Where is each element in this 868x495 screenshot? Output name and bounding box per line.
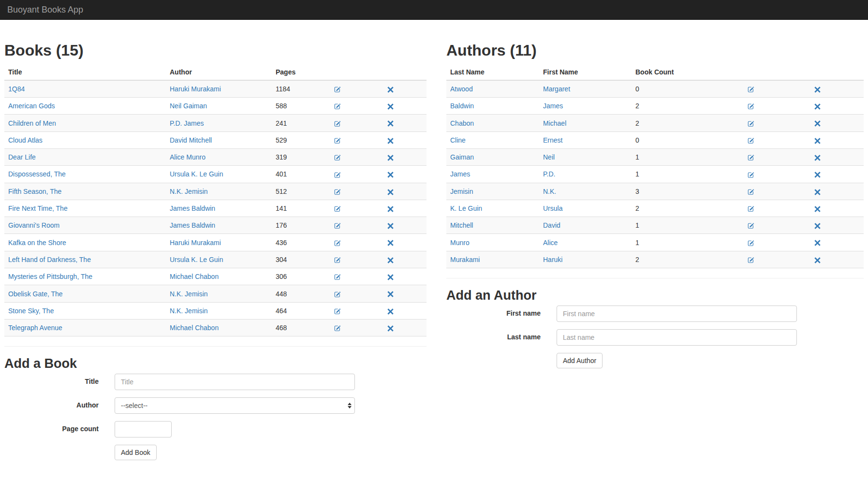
- delete-book-button[interactable]: [387, 308, 394, 315]
- delete-book-button[interactable]: [387, 274, 394, 280]
- delete-book-button[interactable]: [387, 325, 394, 332]
- edit-book-button[interactable]: [334, 86, 341, 93]
- author-first-name-link[interactable]: N.K.: [543, 188, 556, 195]
- book-title-link[interactable]: Children of Men: [8, 119, 56, 127]
- author-last-name-link[interactable]: Murakami: [450, 256, 480, 263]
- book-author-link[interactable]: David Mitchell: [170, 136, 212, 144]
- edit-book-button[interactable]: [334, 222, 341, 229]
- author-first-name-link[interactable]: James: [543, 102, 563, 110]
- author-first-name-link[interactable]: Margaret: [543, 85, 570, 93]
- delete-book-button[interactable]: [387, 103, 394, 110]
- book-author-link[interactable]: James Baldwin: [170, 204, 215, 212]
- author-first-name-link[interactable]: Ernest: [543, 136, 562, 144]
- author-first-name-link[interactable]: P.D.: [543, 170, 555, 178]
- book-page-count-input[interactable]: [115, 421, 172, 437]
- edit-author-button[interactable]: [748, 86, 754, 93]
- delete-book-button[interactable]: [387, 172, 394, 178]
- delete-book-button[interactable]: [387, 87, 394, 93]
- book-title-link[interactable]: Mysteries of Pittsburgh, The: [8, 273, 92, 280]
- delete-book-button[interactable]: [387, 138, 394, 144]
- book-author-link[interactable]: N.K. Jemisin: [170, 307, 208, 315]
- book-author-link[interactable]: P.D. James: [170, 119, 204, 127]
- author-last-name-link[interactable]: Baldwin: [450, 102, 474, 110]
- book-title-link[interactable]: Left Hand of Darkness, The: [8, 256, 91, 263]
- author-last-name-link[interactable]: Jemisin: [450, 188, 473, 195]
- delete-author-button[interactable]: [814, 87, 821, 93]
- book-author-link[interactable]: Neil Gaiman: [170, 102, 207, 110]
- book-title-link[interactable]: 1Q84: [8, 85, 25, 93]
- delete-author-button[interactable]: [814, 223, 821, 229]
- edit-book-button[interactable]: [334, 205, 341, 212]
- edit-book-button[interactable]: [334, 137, 341, 144]
- book-title-link[interactable]: Giovanni's Room: [8, 221, 59, 229]
- book-author-link[interactable]: Haruki Murakami: [170, 85, 221, 93]
- edit-author-button[interactable]: [748, 189, 754, 195]
- book-title-link[interactable]: American Gods: [8, 102, 55, 110]
- author-first-name-link[interactable]: David: [543, 221, 560, 229]
- delete-author-button[interactable]: [814, 257, 821, 263]
- delete-author-button[interactable]: [814, 189, 821, 195]
- book-author-link[interactable]: Alice Munro: [170, 153, 206, 161]
- edit-book-button[interactable]: [334, 172, 341, 178]
- author-last-name-link[interactable]: Mitchell: [450, 221, 473, 229]
- edit-book-button[interactable]: [334, 103, 341, 110]
- delete-book-button[interactable]: [387, 155, 394, 161]
- delete-book-button[interactable]: [387, 240, 394, 246]
- delete-book-button[interactable]: [387, 189, 394, 195]
- edit-author-button[interactable]: [748, 205, 754, 212]
- delete-book-button[interactable]: [387, 120, 394, 127]
- book-author-link[interactable]: Ursula K. Le Guin: [170, 170, 223, 178]
- edit-author-button[interactable]: [748, 154, 754, 161]
- book-author-select[interactable]: --select--: [115, 397, 355, 414]
- book-title-link[interactable]: Cloud Atlas: [8, 136, 43, 144]
- delete-author-button[interactable]: [814, 240, 821, 246]
- edit-book-button[interactable]: [334, 308, 341, 315]
- delete-book-button[interactable]: [387, 291, 394, 297]
- delete-book-button[interactable]: [387, 206, 394, 212]
- edit-book-button[interactable]: [334, 325, 341, 332]
- delete-author-button[interactable]: [814, 206, 821, 212]
- author-first-name-input[interactable]: [557, 306, 797, 322]
- book-title-link[interactable]: Dear Life: [8, 153, 36, 161]
- book-title-link[interactable]: Dispossessed, The: [8, 170, 66, 178]
- edit-book-button[interactable]: [334, 189, 341, 195]
- add-author-button[interactable]: Add Author: [557, 353, 603, 368]
- edit-author-button[interactable]: [748, 137, 754, 144]
- delete-author-button[interactable]: [814, 138, 821, 144]
- book-author-link[interactable]: Michael Chabon: [170, 273, 219, 280]
- edit-author-button[interactable]: [748, 103, 754, 110]
- delete-book-button[interactable]: [387, 223, 394, 229]
- delete-author-button[interactable]: [814, 103, 821, 110]
- author-first-name-link[interactable]: Haruki: [543, 256, 562, 263]
- author-first-name-link[interactable]: Alice: [543, 239, 558, 247]
- book-author-link[interactable]: Ursula K. Le Guin: [170, 256, 223, 263]
- edit-book-button[interactable]: [334, 257, 341, 263]
- book-author-link[interactable]: Michael Chabon: [170, 324, 219, 332]
- author-first-name-link[interactable]: Ursula: [543, 204, 562, 212]
- edit-book-button[interactable]: [334, 154, 341, 161]
- book-title-link[interactable]: Fifth Season, The: [8, 188, 61, 195]
- author-last-name-link[interactable]: James: [450, 170, 470, 178]
- edit-author-button[interactable]: [748, 172, 754, 178]
- delete-author-button[interactable]: [814, 155, 821, 161]
- author-last-name-link[interactable]: Chabon: [450, 119, 474, 127]
- navbar-brand[interactable]: Buoyant Books App: [0, 0, 90, 20]
- edit-book-button[interactable]: [334, 291, 341, 298]
- delete-author-button[interactable]: [814, 120, 821, 127]
- edit-author-button[interactable]: [748, 240, 754, 247]
- edit-author-button[interactable]: [748, 257, 754, 263]
- book-title-link[interactable]: Fire Next Time, The: [8, 204, 68, 212]
- edit-book-button[interactable]: [334, 240, 341, 247]
- delete-book-button[interactable]: [387, 257, 394, 263]
- author-last-name-link[interactable]: Gaiman: [450, 153, 474, 161]
- delete-author-button[interactable]: [814, 172, 821, 178]
- book-title-link[interactable]: Kafka on the Shore: [8, 239, 66, 247]
- edit-book-button[interactable]: [334, 120, 341, 127]
- author-first-name-link[interactable]: Michael: [543, 119, 566, 127]
- edit-book-button[interactable]: [334, 274, 341, 280]
- book-author-link[interactable]: Haruki Murakami: [170, 239, 221, 247]
- book-title-link[interactable]: Telegraph Avenue: [8, 324, 62, 332]
- book-title-link[interactable]: Obelisk Gate, The: [8, 290, 63, 298]
- edit-author-button[interactable]: [748, 120, 754, 127]
- author-last-name-link[interactable]: Atwood: [450, 85, 473, 93]
